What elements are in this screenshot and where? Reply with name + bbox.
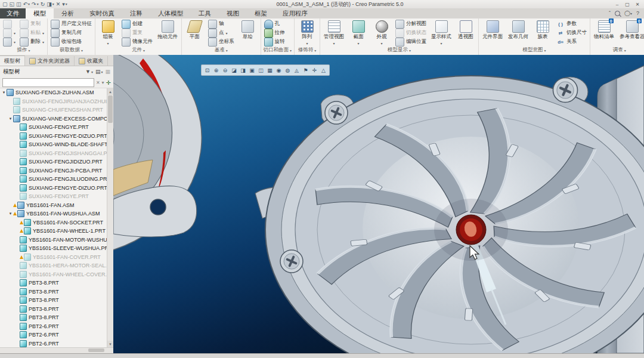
screw-top-right[interactable] (553, 78, 577, 102)
publish-geometry-button[interactable]: 发布几何 (506, 20, 530, 47)
sections-button[interactable]: 截面▾ (348, 20, 369, 47)
tab-人体模型[interactable]: 人体模型 (150, 8, 191, 18)
tree-columns-icon[interactable]: ▤▾ (95, 69, 103, 75)
hole-button[interactable]: 孔 (263, 20, 286, 28)
ribbon-group-label[interactable]: 操作▾ (0, 47, 47, 55)
copy-geometry-button[interactable]: 复制几何 (49, 29, 93, 37)
tree-item[interactable]: SUXIANG-FENGYE.PRT (0, 192, 113, 201)
ribbon-group-label[interactable]: 模型显示▾ (320, 47, 478, 55)
tree-item[interactable]: SUXIANG-FENGJILUODING.PRT (0, 175, 113, 184)
maximize-button[interactable]: ▢ (623, 1, 632, 8)
tree-item[interactable]: SUXIANG-FENGJIRUANJIAOZHUIA.PRT (0, 97, 113, 106)
tree-item[interactable]: SUXIANG-FENGYE.PRT (0, 123, 113, 132)
exploded-view-button[interactable]: 分解视图 (394, 20, 428, 28)
tree-item[interactable]: YBS1601-HERA-MOTOR-SEAL.PRT (0, 261, 113, 270)
relations-button[interactable]: d=关系 (555, 38, 588, 46)
session-icon[interactable]: ◯▾ (624, 11, 632, 16)
scroll-up-arrow[interactable]: ▲ (107, 88, 113, 95)
plane-button[interactable]: 平面 (184, 20, 205, 47)
scroll-down-arrow[interactable]: ▼ (107, 341, 113, 347)
shrinkwrap-button[interactable]: 收缩包络 (49, 38, 93, 46)
tree-item[interactable]: ▾YBS1601-FAN-WUSHUA.ASM (0, 209, 113, 218)
expand-arrow[interactable]: ▾ (8, 116, 13, 121)
screw-bottom-left[interactable] (280, 250, 303, 273)
close-button[interactable]: ✕ (633, 1, 642, 8)
tree-item[interactable]: SUXIANG-FENGYE-DIZUO.PRT (0, 184, 113, 193)
tree-item[interactable]: SUXIANG-FENGYE-DIZUO.PRT (0, 132, 113, 141)
drag-components-button[interactable]: 拖动元件 (156, 20, 179, 47)
tree-item[interactable]: YBS1601-FAN-MOTOR-WUSHUA.PRT (0, 236, 113, 245)
display-style-icon[interactable]: ▣ (248, 66, 256, 74)
family-table-button[interactable]: 族表 (532, 20, 553, 47)
redo-icon[interactable]: ↷▾ (32, 2, 39, 7)
axis-button[interactable]: 轴 (207, 20, 236, 28)
tree-filter-icon[interactable]: ▼▾ (85, 69, 93, 75)
tree-item[interactable]: PBT3-8.PRT (0, 313, 113, 322)
close-window-icon[interactable]: ✕ (56, 2, 61, 7)
minimize-button[interactable]: – (612, 1, 622, 8)
ribbon-group-label[interactable]: 切口和曲面▾ (261, 47, 295, 55)
tree-item[interactable]: PBT3-8.PRT (0, 296, 113, 305)
expand-arrow[interactable]: ▾ (8, 211, 13, 216)
appearance-icon[interactable]: ◍ (284, 66, 292, 74)
viewport-canvas[interactable] (113, 55, 644, 353)
ribbon-group-label[interactable]: 调查▾ (590, 47, 644, 55)
appearances-button[interactable]: 外观▾ (371, 20, 392, 47)
assemble-button[interactable]: 组装▾ (97, 20, 119, 47)
perspective-button[interactable]: 透视图 (455, 20, 476, 47)
saved-orientations-icon[interactable]: ◫ (257, 66, 265, 74)
tree-settings-icon[interactable]: ▦ (105, 69, 110, 75)
spin-center-icon[interactable]: ✛ (311, 66, 318, 74)
mirror-component-button[interactable]: 镜像元件 (120, 38, 154, 46)
screw-top-left[interactable] (325, 101, 348, 124)
datum-display-icon[interactable]: ◬ (293, 66, 301, 74)
tree-item[interactable]: PBT2-6.PRT (0, 322, 113, 331)
tab-模型[interactable]: 模型 (26, 8, 54, 18)
navigator-tab-模型树[interactable]: 模型树 (0, 55, 25, 66)
tree-item[interactable]: PBT2-6.PRT (0, 331, 113, 340)
annotation-display-icon[interactable]: ⚑ (302, 66, 309, 74)
orientation-warning-icon[interactable]: △ (320, 66, 327, 74)
paste-button[interactable]: 粘贴▾ (18, 29, 45, 37)
zoom-in-icon[interactable]: ⊕ (212, 66, 220, 74)
switch-dimensions-button[interactable]: ⇄切换尺寸 (555, 29, 588, 37)
delete-button[interactable]: 删除▾ (18, 38, 45, 46)
search-expand-icon[interactable]: ✛ (106, 79, 111, 86)
ribbon-group-label[interactable]: 模型意图▾ (479, 47, 590, 55)
minimize-ribbon-icon[interactable]: ˆ (609, 11, 611, 16)
tree-item[interactable]: YBS1601-FAN-WHEEL-COVER.PRT (0, 270, 113, 279)
tree-item[interactable]: SUXIANG-FENGJISHANGGAI.PRT (0, 149, 113, 158)
csys-button[interactable]: 坐标系 (207, 38, 236, 46)
navigator-tab-收藏夹[interactable]: 收藏夹 (75, 56, 108, 66)
repeat-button[interactable]: 重复 (120, 29, 154, 37)
point-button[interactable]: 点▾ (207, 29, 236, 37)
ribbon-group-label[interactable]: 获取数据▾ (48, 47, 95, 55)
tab-file[interactable]: 文件 (0, 8, 26, 18)
new-icon[interactable]: ▢ (2, 2, 8, 7)
tree-item[interactable]: SUXIANG-CHUIFENGSHAN.PRT (0, 106, 113, 115)
extrude-button[interactable]: 拉伸 (263, 29, 286, 37)
tree-item[interactable]: PBT3-8.PRT (0, 305, 113, 314)
tree-item[interactable]: YBS1601-FAN-COVER.PRT (0, 253, 113, 262)
sketch-button[interactable]: 草绘 (237, 20, 259, 47)
tree-item[interactable]: SUXIANG-WIND-BLADE-SHAFT-COPPER.P (0, 140, 113, 149)
render-style-icon[interactable]: ◉ (275, 66, 283, 74)
tree-vertical-scrollbar[interactable]: ▲ ▼ (107, 88, 113, 347)
tree-item[interactable]: SUXIANG-FENGJI-PCBA.PRT (0, 166, 113, 175)
pattern-button[interactable]: 阵列▾ (296, 20, 318, 47)
tab-分析[interactable]: 分析 (54, 8, 82, 18)
expand-arrow[interactable]: ▾ (1, 90, 7, 95)
view-manager-icon[interactable]: ▦ (266, 66, 274, 74)
tab-框架[interactable]: 框架 (247, 8, 275, 18)
tree-item[interactable]: PBT2-6.PRT (0, 340, 113, 348)
revolve-button[interactable]: 旋转 (263, 38, 286, 46)
tree-item[interactable]: YBS1601-FAN.ASM (0, 201, 113, 210)
tree-search-input[interactable] (2, 78, 94, 87)
tree-item[interactable]: PBT3-8.PRT (0, 279, 113, 288)
tab-应用程序[interactable]: 应用程序 (275, 8, 315, 18)
component-interface-button[interactable]: 元件界面 (481, 20, 504, 47)
display-style-button[interactable]: 显示样式▾ (429, 20, 453, 47)
refit-icon[interactable]: ⊡ (203, 66, 211, 74)
tab-实时仿真[interactable]: 实时仿真 (82, 8, 122, 18)
bom-button[interactable]: 物料清单 (592, 20, 616, 47)
